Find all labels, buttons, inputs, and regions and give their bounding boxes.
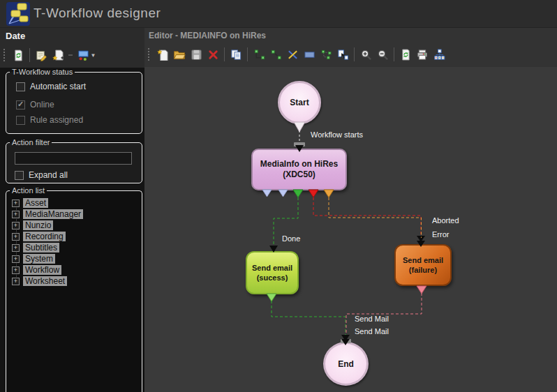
checkbox-box[interactable] — [16, 116, 25, 125]
toolbar-grip[interactable] — [3, 49, 7, 61]
checkbox-box[interactable] — [16, 100, 25, 110]
rectangle-tool-icon — [304, 49, 315, 61]
refresh-button[interactable] — [10, 47, 27, 63]
action-filter-input[interactable] — [15, 152, 132, 165]
expand-icon[interactable]: + — [12, 255, 20, 263]
zoom-in-button[interactable] — [357, 46, 374, 63]
mediainfo-in-port — [294, 142, 305, 146]
editor-panel: Editor - MEDIAINFO on HiRes — [144, 28, 557, 392]
node-mediainfo[interactable]: MediaInfo on HiRes (XDC50) — [251, 149, 347, 190]
edge-label-workflow-starts: Workflow starts — [311, 130, 363, 139]
port-output-1[interactable] — [262, 190, 272, 197]
tree-item-subtitles[interactable]: + Subtitles — [12, 242, 142, 253]
monitor-menu-button[interactable]: ▼ — [75, 47, 97, 63]
workflow-status-group-label: T-Workflow status — [10, 68, 75, 76]
refresh-editor-button[interactable] — [397, 46, 414, 63]
tree-item-label[interactable]: MediaManager — [23, 209, 83, 219]
app-title: T-Workflow designer — [34, 6, 161, 21]
action-filter-group: Action filter Expand all — [6, 138, 142, 183]
zoom-out-icon — [377, 49, 389, 61]
checkbox-box[interactable] — [15, 171, 24, 180]
open-button[interactable] — [171, 46, 188, 63]
node-send-email-failure[interactable]: Send email (failure) — [394, 244, 452, 286]
node-start[interactable]: Start — [278, 81, 321, 124]
delete-button[interactable] — [205, 46, 221, 63]
expand-icon[interactable]: + — [12, 244, 20, 252]
port-output-2[interactable] — [278, 190, 288, 197]
tree-item-recording[interactable]: + Recording — [12, 231, 142, 242]
print-button[interactable] — [414, 46, 431, 63]
tree-item-label[interactable]: System — [23, 254, 55, 264]
expand-icon[interactable]: + — [12, 199, 20, 207]
sidebar-header: Date — [0, 28, 144, 68]
add-page-button[interactable] — [50, 47, 66, 63]
expand-icon[interactable]: + — [12, 233, 20, 241]
node-end[interactable]: End — [323, 342, 369, 386]
new-icon — [157, 49, 169, 61]
edge-label-done: Done — [282, 234, 300, 243]
tree-item-label[interactable]: Workflow — [23, 265, 61, 275]
port-aborted[interactable] — [324, 190, 334, 197]
edge-label-send-mail: Send Mail — [355, 315, 389, 323]
edge-error[interactable] — [313, 197, 425, 242]
edge-label-error: Error — [432, 230, 449, 239]
toolbar-grip[interactable] — [148, 48, 151, 61]
print-icon — [416, 49, 429, 61]
tree-item-label[interactable]: Subtitles — [23, 243, 59, 252]
tree-item-label[interactable]: Nunzio — [23, 220, 53, 230]
copy-button[interactable] — [228, 46, 244, 63]
expand-icon[interactable]: + — [12, 211, 20, 218]
edge-label-send-mail: Send Mail — [355, 327, 389, 336]
disconnect-tool-icon — [287, 49, 299, 61]
polygon-tool-button[interactable] — [318, 46, 334, 63]
delete-icon — [207, 49, 219, 61]
checkbox-rule-assigned[interactable]: Rule assigned — [16, 115, 142, 125]
expand-icon[interactable]: + — [12, 278, 20, 285]
tree-item-asset[interactable]: + Asset — [12, 197, 142, 209]
node-send-email-success[interactable]: Send email (sucess) — [246, 251, 299, 294]
workflow-canvas[interactable]: Start MediaInfo on HiRes (XDC50) Send em… — [144, 67, 557, 392]
new-button[interactable] — [154, 46, 171, 63]
save-button[interactable] — [188, 46, 205, 63]
zoom-in-icon — [360, 49, 372, 61]
action-list-group-label: Action list — [10, 186, 47, 195]
tree-item-label[interactable]: Worksheet — [23, 276, 67, 286]
zoom-out-button[interactable] — [374, 46, 391, 63]
checkbox-online[interactable]: Online — [16, 100, 142, 110]
hierarchy-button[interactable] — [431, 46, 447, 63]
edge-done[interactable] — [269, 197, 298, 252]
properties-button[interactable] — [33, 47, 50, 63]
checkbox-box[interactable] — [16, 82, 25, 91]
tree-item-label[interactable]: Recording — [23, 232, 66, 241]
rectangle-tool-button[interactable] — [301, 46, 318, 63]
expand-icon[interactable]: + — [12, 266, 20, 274]
tree-item-worksheet[interactable]: + Worksheet — [12, 276, 142, 287]
line-tool-button[interactable] — [267, 46, 284, 63]
edge-start-to-mediainfo[interactable] — [294, 122, 305, 152]
toolbar-separator — [394, 47, 394, 61]
polyline-tool-button[interactable] — [251, 46, 267, 63]
expand-icon[interactable]: + — [12, 222, 20, 229]
disconnect-tool-button[interactable] — [284, 46, 301, 63]
checkbox-label: Expand all — [29, 170, 68, 180]
tree-item-system[interactable]: + System — [12, 253, 142, 264]
action-filter-group-label: Action filter — [10, 138, 52, 146]
edge-send-mail-success[interactable] — [267, 294, 346, 336]
port-error[interactable] — [309, 190, 318, 197]
checkbox-automatic-start[interactable]: Automatic start — [16, 82, 142, 91]
action-tree: + Asset + MediaManager + Nunzio + Record… — [12, 197, 142, 287]
tree-item-mediamanager[interactable]: + MediaManager — [12, 209, 142, 220]
tree-item-nunzio[interactable]: + Nunzio — [12, 220, 142, 231]
add-page-icon — [52, 50, 64, 61]
polygon-tool-icon — [320, 49, 332, 61]
edge-aborted[interactable] — [329, 197, 425, 247]
tree-item-label[interactable]: Asset — [23, 198, 48, 208]
arrowhead — [341, 335, 350, 341]
tree-item-workflow[interactable]: + Workflow — [12, 264, 142, 276]
port-done[interactable] — [293, 190, 303, 197]
node-select-tool-button[interactable] — [334, 46, 351, 63]
copy-icon — [230, 49, 242, 61]
chevron-down-icon: ▼ — [91, 52, 96, 59]
checkbox-expand-all[interactable]: Expand all — [15, 170, 142, 180]
monitor-icon — [76, 50, 90, 61]
